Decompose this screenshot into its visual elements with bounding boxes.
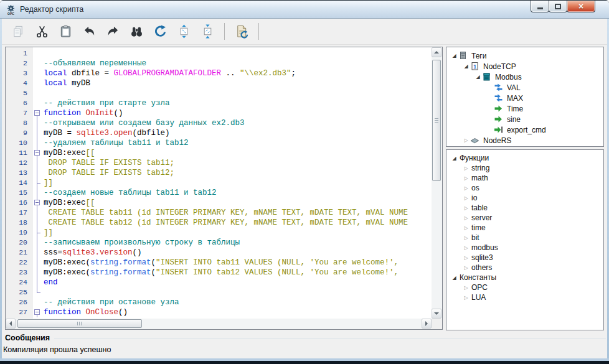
collapsed-arrow-icon[interactable]	[462, 175, 470, 181]
close-button[interactable]: ×	[567, 1, 595, 12]
expand-all-button[interactable]	[175, 23, 192, 40]
tree-item-tag-max[interactable]: MAX	[446, 93, 603, 103]
find-button[interactable]	[128, 23, 145, 40]
vertical-scrollbar[interactable]	[432, 47, 442, 319]
collapsed-arrow-icon[interactable]	[462, 195, 470, 201]
code-line[interactable]: 18 CREATE TABLE tab12 (id INTEGER PRIMAR…	[6, 218, 432, 228]
expanded-arrow-icon[interactable]	[462, 63, 470, 69]
code-line[interactable]: 19]]	[6, 228, 432, 238]
code-line[interactable]: 3local dbfile = GLOBALPROGRAMDATAFOLDER …	[6, 68, 432, 78]
code-line[interactable]: 4local myDB	[6, 78, 432, 88]
redo-button[interactable]	[104, 23, 121, 40]
collapsed-arrow-icon[interactable]	[462, 205, 470, 211]
tree-item-modbus[interactable]: Modbus	[446, 72, 603, 82]
collapsed-arrow-icon[interactable]	[462, 235, 470, 241]
collapsed-arrow-icon[interactable]	[462, 185, 470, 191]
code-line[interactable]: 27function OnClose()	[6, 307, 432, 317]
scroll-up-button[interactable]	[432, 47, 441, 57]
code-line[interactable]: 23myDB:exec(string.format("INSERT INTO t…	[6, 268, 432, 278]
code-line[interactable]: 20--записываем произвольную строку в таб…	[6, 238, 432, 248]
code-line[interactable]: 5	[6, 88, 432, 98]
tree-item-functions-root[interactable]: Функции	[446, 153, 603, 163]
compile-script-button[interactable]	[233, 23, 250, 40]
fold-marker[interactable]	[33, 198, 42, 208]
vertical-scroll-thumb[interactable]	[432, 60, 441, 181]
code-line[interactable]: 9myDB = sqlite3.open(dbfile)	[6, 128, 432, 138]
tree-item-func-time[interactable]: time	[446, 223, 603, 233]
code-line[interactable]: 7function OnInit()	[6, 108, 432, 118]
tree-item-func-math[interactable]: math	[446, 173, 603, 183]
tree-item-tag-export-cmd[interactable]: export_cmd	[446, 124, 603, 135]
code-line[interactable]: 25	[6, 287, 432, 297]
tree-item-node-tcp[interactable]: 1NodeTCP	[446, 61, 603, 72]
tree-item-const-opc[interactable]: OPC	[446, 282, 603, 292]
refresh-button[interactable]	[151, 23, 169, 40]
code-line[interactable]: 2--объявляем переменные	[6, 58, 432, 68]
tree-item-func-others[interactable]: others	[446, 263, 603, 273]
code-line[interactable]: 15--создаем новые таблицы tab11 и tab12	[6, 188, 432, 198]
code-line[interactable]: 26-- действия при останове узла	[6, 297, 432, 307]
minimize-button[interactable]	[531, 1, 549, 12]
horizontal-scroll-thumb[interactable]	[17, 319, 142, 328]
tree-item-const-lua[interactable]: LUA	[446, 292, 603, 302]
collapsed-arrow-icon[interactable]	[462, 245, 470, 251]
tree-item-func-os[interactable]: os	[446, 183, 603, 193]
fold-marker[interactable]	[33, 108, 42, 118]
tree-item-tag-time[interactable]: Time	[446, 103, 603, 114]
collapsed-arrow-icon[interactable]	[462, 215, 470, 221]
tree-item-func-bit[interactable]: bit	[446, 233, 603, 243]
scroll-right-button[interactable]	[422, 319, 432, 329]
code-line[interactable]: 1	[6, 49, 432, 58]
tree-item-func-sqlite3[interactable]: sqlite3	[446, 253, 603, 263]
fold-marker[interactable]	[33, 148, 42, 158]
maximize-button[interactable]	[549, 1, 567, 12]
fold-collapse-box-icon[interactable]	[34, 150, 40, 156]
collapsed-arrow-icon[interactable]	[462, 138, 470, 143]
tree-item-node-rs[interactable]: NodeRS	[446, 135, 603, 146]
scroll-down-button[interactable]	[432, 309, 441, 319]
code-line[interactable]: 24end	[6, 278, 432, 287]
tree-item-constants-root[interactable]: Константы	[446, 273, 603, 282]
tree-item-func-server[interactable]: server	[446, 213, 603, 223]
code-line[interactable]: 14]]	[6, 178, 432, 188]
collapsed-arrow-icon[interactable]	[462, 265, 470, 271]
code-line[interactable]: 10--удаляем таблицы tab11 и tab12	[6, 138, 432, 148]
tree-item-func-modbus[interactable]: modbus	[446, 243, 603, 253]
code-line[interactable]: 6-- действия при старте узла	[6, 98, 432, 108]
undo-button[interactable]	[80, 23, 98, 40]
title-bar[interactable]: OPC Редактор скрипта ×	[0, 0, 609, 19]
collapsed-arrow-icon[interactable]	[462, 295, 470, 301]
paste-button[interactable]	[57, 23, 74, 40]
code-line[interactable]: 11myDB:exec[[	[6, 148, 432, 158]
horizontal-scrollbar[interactable]	[6, 319, 432, 329]
tree-item-func-string[interactable]: string	[446, 163, 603, 173]
tree-item-func-table[interactable]: table	[446, 203, 603, 213]
fold-marker[interactable]	[33, 307, 42, 317]
cut-button[interactable]	[33, 23, 50, 40]
code-line[interactable]: 17 CREATE TABLE tab11 (id INTEGER PRIMAR…	[6, 208, 432, 218]
tree-item-func-io[interactable]: io	[446, 193, 603, 203]
code-line[interactable]: 8--открываем или создаем базу данных ex2…	[6, 118, 432, 128]
collapsed-arrow-icon[interactable]	[462, 166, 470, 171]
tree-item-tag-val[interactable]: VAL	[446, 82, 603, 93]
tree-item-label: io	[470, 194, 477, 202]
code-line[interactable]: 16myDB:exec[[	[6, 198, 432, 208]
code-line[interactable]: 13 DROP TABLE IF EXISTS tab12;	[6, 168, 432, 178]
fold-collapse-box-icon[interactable]	[34, 110, 40, 116]
expanded-arrow-icon[interactable]	[474, 74, 482, 80]
tree-item-tag-sine[interactable]: sine	[446, 114, 603, 124]
collapsed-arrow-icon[interactable]	[462, 255, 470, 261]
fold-collapse-box-icon[interactable]	[34, 309, 40, 315]
scroll-left-button[interactable]	[6, 319, 16, 329]
code-line[interactable]: 22myDB:exec(string.format("INSERT INTO t…	[6, 258, 432, 268]
expanded-arrow-icon[interactable]	[450, 53, 458, 58]
expanded-arrow-icon[interactable]	[450, 275, 458, 281]
fold-collapse-box-icon[interactable]	[34, 200, 40, 205]
collapsed-arrow-icon[interactable]	[462, 285, 470, 291]
expanded-arrow-icon[interactable]	[450, 156, 458, 161]
code-line[interactable]: 21sss=sqlite3.version()	[6, 248, 432, 258]
collapse-all-button[interactable]	[199, 23, 216, 40]
collapsed-arrow-icon[interactable]	[462, 225, 470, 231]
code-line[interactable]: 12 DROP TABLE IF EXISTS tab11;	[6, 158, 432, 168]
tree-item-tags-root[interactable]: Теги	[446, 50, 603, 61]
